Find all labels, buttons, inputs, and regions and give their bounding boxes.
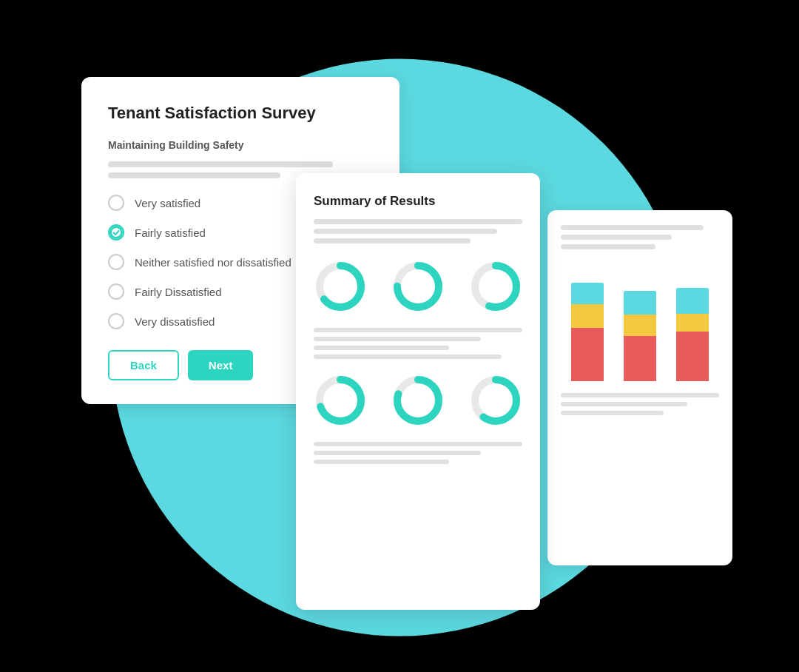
results-line-3 <box>314 238 471 243</box>
option-label-neither: Neither satisfied nor dissatisfied <box>135 256 291 269</box>
donut-5 <box>391 374 445 427</box>
bar-chart <box>561 263 719 381</box>
donut-svg-1 <box>314 260 367 313</box>
radio-very-dissatisfied[interactable] <box>108 313 124 329</box>
bottom-line-1 <box>314 442 522 446</box>
results-line-1 <box>314 219 522 224</box>
chart-card <box>547 210 732 565</box>
bottom-line-3 <box>314 460 449 464</box>
bar-3-seg-2 <box>676 314 709 332</box>
bar-2-seg-3 <box>624 336 656 381</box>
option-label-fairly-dissatisfied: Fairly Dissatisfied <box>135 286 222 298</box>
donut-1 <box>314 260 367 313</box>
results-card: Summary of Results <box>296 173 540 610</box>
radio-fairly-dissatisfied[interactable] <box>108 283 124 300</box>
results-line-2 <box>314 229 497 234</box>
chart-card-lines <box>561 225 719 249</box>
bar-1-seg-1 <box>571 283 604 304</box>
donuts-row-1 <box>314 260 522 313</box>
bar-1-seg-3 <box>571 328 604 381</box>
donut-3 <box>469 260 522 313</box>
donut-4 <box>314 374 367 427</box>
results-bottom-lines <box>314 442 522 464</box>
results-mid-lines <box>314 328 522 359</box>
results-text-lines <box>314 219 522 243</box>
chart-bottom-line-2 <box>561 402 687 406</box>
scene: Tenant Satisfaction Survey Maintaining B… <box>67 18 732 654</box>
text-line-1 <box>108 161 333 167</box>
mid-line-3 <box>314 346 449 350</box>
bar-col-1 <box>571 263 604 381</box>
survey-title: Tenant Satisfaction Survey <box>108 104 373 123</box>
option-label-very-satisfied: Very satisfied <box>135 197 200 209</box>
check-icon <box>110 226 122 238</box>
chart-line-1 <box>561 225 704 230</box>
option-label-very-dissatisfied: Very dissatisfied <box>135 315 215 328</box>
donut-svg-6 <box>469 374 522 427</box>
option-label-fairly-satisfied: Fairly satisfied <box>135 226 206 239</box>
donut-svg-3 <box>469 260 522 313</box>
bar-col-2 <box>624 263 656 381</box>
bar-3-seg-1 <box>676 288 709 314</box>
section-label: Maintaining Building Safety <box>108 139 373 151</box>
bar-1-seg-2 <box>571 304 604 328</box>
mid-line-1 <box>314 328 522 332</box>
text-line-2 <box>108 172 280 178</box>
donuts-row-2 <box>314 374 522 427</box>
radio-neither[interactable] <box>108 254 124 270</box>
bar-col-3 <box>676 263 709 381</box>
chart-bottom-lines <box>561 393 719 415</box>
next-button[interactable]: Next <box>188 350 254 380</box>
donut-6 <box>469 374 522 427</box>
radio-very-satisfied[interactable] <box>108 195 124 211</box>
donut-svg-5 <box>391 374 445 427</box>
bar-3-seg-3 <box>676 332 709 381</box>
mid-line-4 <box>314 355 502 359</box>
bar-2-seg-1 <box>624 291 656 315</box>
chart-line-2 <box>561 235 672 240</box>
results-title: Summary of Results <box>314 194 522 209</box>
donut-2 <box>391 260 445 313</box>
donut-svg-2 <box>391 260 445 313</box>
chart-bottom-line-1 <box>561 393 719 397</box>
svg-point-0 <box>111 227 121 238</box>
bar-2-seg-2 <box>624 315 656 336</box>
back-button[interactable]: Back <box>108 350 179 380</box>
bottom-line-2 <box>314 451 481 455</box>
chart-bottom-line-3 <box>561 411 664 415</box>
chart-line-3 <box>561 244 655 249</box>
donut-svg-4 <box>314 374 367 427</box>
mid-line-2 <box>314 337 481 341</box>
radio-fairly-satisfied[interactable] <box>108 224 124 241</box>
